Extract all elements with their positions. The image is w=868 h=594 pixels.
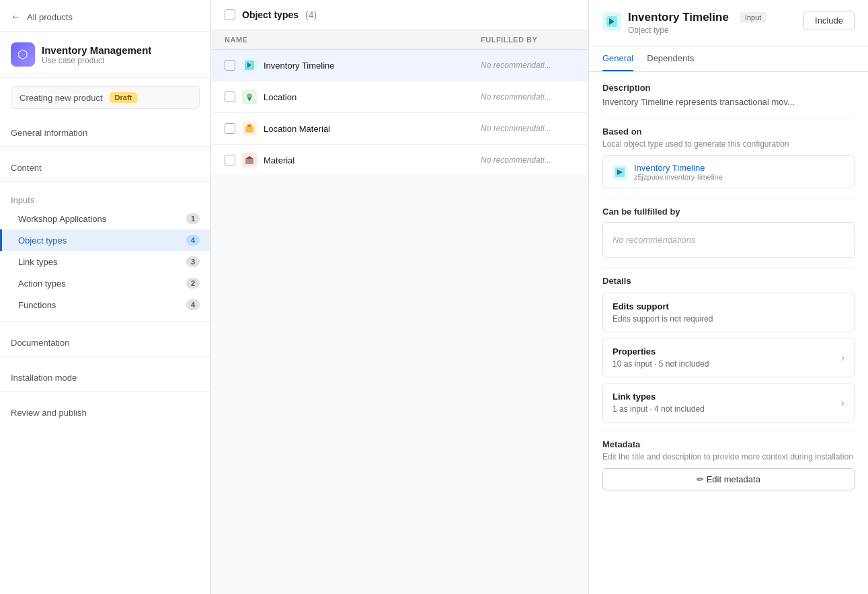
include-button[interactable]: Include xyxy=(803,11,855,30)
row-name: Location Material xyxy=(264,124,474,134)
sidebar-item-badge: 2 xyxy=(186,278,200,289)
table-row[interactable]: Material No recommendati... xyxy=(211,145,588,176)
tab-dependents[interactable]: Dependents xyxy=(647,46,694,71)
product-header: ⬡ Inventory Management Use case product xyxy=(0,32,210,78)
product-subtitle: Use case product xyxy=(42,56,151,65)
sidebar-item-review-and-publish[interactable]: Review and publish xyxy=(0,397,210,420)
product-name: Inventory Management xyxy=(42,44,151,56)
detail-properties-info: Properties 10 as input · 5 not included xyxy=(613,346,709,369)
inputs-header: Inputs xyxy=(0,187,210,208)
right-header: Inventory Timeline Input Object type Inc… xyxy=(589,0,868,46)
sidebar-item-label: Functions xyxy=(18,300,56,310)
sidebar: ← All products ⬡ Inventory Management Us… xyxy=(0,0,211,594)
details-label: Details xyxy=(602,276,855,286)
detail-link-types-card[interactable]: Link types 1 as input · 4 not included › xyxy=(602,383,855,422)
select-all-checkbox[interactable] xyxy=(225,9,235,20)
divider-2 xyxy=(0,181,210,182)
divider xyxy=(602,198,855,198)
divider-4 xyxy=(0,356,210,357)
edit-metadata-button[interactable]: ✏ Edit metadata xyxy=(602,468,855,490)
sidebar-item-label: Link types xyxy=(18,257,58,267)
sidebar-item-object-types[interactable]: Object types 4 xyxy=(0,229,210,251)
based-on-icon xyxy=(613,165,627,180)
col-name-header: NAME xyxy=(225,36,481,44)
detail-properties-text: 10 as input · 5 not included xyxy=(613,359,709,369)
based-on-info: Inventory Timeline z5jzpuuv.inventory-ti… xyxy=(634,163,723,181)
metadata-label: Metadata xyxy=(602,439,855,449)
sidebar-item-label: Action types xyxy=(18,279,66,289)
col-fulfilled-header: FULFILLED BY xyxy=(481,36,575,44)
back-nav[interactable]: ← All products xyxy=(0,0,210,32)
detail-link-types-title: Link types xyxy=(613,392,705,402)
row-fulfilled: No recommendati... xyxy=(481,92,575,102)
description-text: Inventory Timeline represents transactio… xyxy=(602,97,855,107)
row-icon-orange xyxy=(242,121,257,136)
table-row[interactable]: Location No recommendati... xyxy=(211,81,588,113)
center-title: Object types xyxy=(242,9,299,20)
row-checkbox[interactable] xyxy=(225,123,235,134)
chevron-right-icon: › xyxy=(841,397,844,409)
sidebar-item-documentation[interactable]: Documentation xyxy=(0,327,210,350)
sidebar-item-general-information[interactable]: General information xyxy=(0,117,210,141)
row-fulfilled: No recommendati... xyxy=(481,155,575,165)
right-panel-subtype: Object type xyxy=(628,26,766,35)
row-name: Inventory Timeline xyxy=(264,61,474,71)
metadata-sub: Edit the title and description to provid… xyxy=(602,452,855,461)
table-row[interactable]: Location Material No recommendati... xyxy=(211,113,588,145)
detail-link-types-info: Link types 1 as input · 4 not included xyxy=(613,392,705,414)
row-checkbox[interactable] xyxy=(225,60,235,71)
sidebar-item-badge: 4 xyxy=(186,299,200,310)
row-icon-green xyxy=(242,89,257,104)
row-checkbox[interactable] xyxy=(225,155,235,165)
right-panel: Inventory Timeline Input Object type Inc… xyxy=(589,0,868,594)
table-row[interactable]: Inventory Timeline No recommendati... xyxy=(211,50,588,81)
chevron-right-icon: › xyxy=(841,352,844,364)
detail-link-types-text: 1 as input · 4 not included xyxy=(613,404,705,414)
based-on-sub: Local object type used to generate this … xyxy=(602,139,855,149)
no-recommendations-box: No recommendations xyxy=(602,222,855,258)
detail-edits-text: Edits support is not required xyxy=(613,314,844,324)
center-header: Object types (4) xyxy=(211,0,588,30)
draft-badge: Draft xyxy=(110,92,138,103)
sidebar-item-functions[interactable]: Functions 4 xyxy=(0,294,210,315)
based-on-id: z5jzpuuv.inventory-timeline xyxy=(634,173,723,181)
row-icon-brown xyxy=(242,153,257,168)
sidebar-item-content[interactable]: Content xyxy=(0,152,210,176)
right-title-area: Inventory Timeline Input Object type xyxy=(602,11,766,35)
no-recommendations-text: No recommendations xyxy=(613,235,696,245)
divider xyxy=(602,267,855,268)
divider-3 xyxy=(0,321,210,322)
sidebar-item-installation-mode[interactable]: Installation mode xyxy=(0,362,210,385)
based-on-name[interactable]: Inventory Timeline xyxy=(634,163,723,173)
sidebar-item-label: Workshop Applications xyxy=(18,214,106,224)
row-name: Material xyxy=(264,155,474,165)
divider xyxy=(602,431,855,431)
based-on-label: Based on xyxy=(602,126,855,137)
sidebar-item-workshop-applications[interactable]: Workshop Applications 1 xyxy=(0,208,210,229)
tab-general[interactable]: General xyxy=(602,46,633,71)
sidebar-item-badge: 4 xyxy=(186,235,200,246)
right-panel-icon xyxy=(602,12,621,31)
divider-5 xyxy=(0,391,210,392)
product-info: Inventory Management Use case product xyxy=(42,44,151,65)
divider-1 xyxy=(0,146,210,147)
right-tabs: General Dependents xyxy=(589,46,868,72)
divider xyxy=(602,118,855,118)
sidebar-item-action-types[interactable]: Action types 2 xyxy=(0,272,210,294)
center-panel: Object types (4) NAME FULFILLED BY Inven… xyxy=(211,0,589,594)
detail-properties-title: Properties xyxy=(613,346,709,357)
row-checkbox[interactable] xyxy=(225,91,235,102)
detail-properties-row[interactable]: Properties 10 as input · 5 not included … xyxy=(613,346,844,369)
table-header: NAME FULFILLED BY xyxy=(211,30,588,50)
back-label: All products xyxy=(27,12,73,22)
row-fulfilled: No recommendati... xyxy=(481,124,575,133)
sidebar-item-link-types[interactable]: Link types 3 xyxy=(0,251,210,272)
based-on-box: Inventory Timeline z5jzpuuv.inventory-ti… xyxy=(602,155,855,188)
detail-properties-card[interactable]: Properties 10 as input · 5 not included … xyxy=(602,338,855,377)
right-content: Description Inventory Timeline represent… xyxy=(589,72,868,594)
svg-rect-4 xyxy=(245,126,253,133)
detail-link-types-row[interactable]: Link types 1 as input · 4 not included › xyxy=(613,392,844,414)
right-type-badge: Input xyxy=(740,12,766,23)
product-icon: ⬡ xyxy=(11,42,35,67)
sidebar-item-badge: 1 xyxy=(186,213,200,224)
